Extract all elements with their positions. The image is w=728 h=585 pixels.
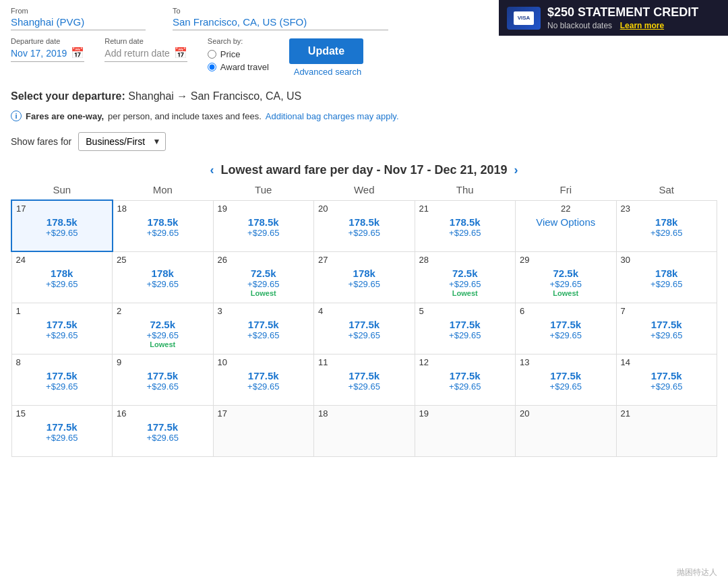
fare-fee: +$29.65 xyxy=(218,228,310,238)
calendar-prev-button[interactable]: ‹ xyxy=(210,163,214,177)
calendar-day-cell[interactable]: 9177.5k+$29.65 xyxy=(113,354,214,405)
calendar-day-cell[interactable]: 14177.5k+$29.65 xyxy=(616,354,717,405)
calendar-day-cell[interactable]: 13177.5k+$29.65 xyxy=(516,354,617,405)
price-radio-label[interactable]: Price xyxy=(220,49,241,59)
promo-banner[interactable]: VISA $250 STATEMENT CREDIT No blackout d… xyxy=(499,0,728,36)
from-field: From Shanghai (PVG) xyxy=(11,7,146,30)
fare-fee: +$29.65 xyxy=(520,330,612,340)
fare-fee: +$29.65 xyxy=(16,433,109,443)
calendar-day-cell[interactable]: 1177.5k+$29.65 xyxy=(11,303,113,354)
day-header-fri: Fri xyxy=(516,180,617,200)
return-calendar-icon[interactable]: 📅 xyxy=(174,47,187,59)
fare-amount: 72.5k xyxy=(419,268,512,279)
fare-amount: 177.5k xyxy=(318,319,411,330)
calendar-day-cell[interactable]: 7177.5k+$29.65 xyxy=(616,303,717,354)
return-input-row: Add return date 📅 xyxy=(104,47,187,62)
from-label: From xyxy=(11,7,146,15)
calendar-day-cell[interactable]: 24178k+$29.65 xyxy=(11,251,113,303)
calendar-day-cell[interactable]: 27178k+$29.65 xyxy=(314,251,415,303)
fare-amount: 177.5k xyxy=(520,319,612,330)
day-number: 12 xyxy=(419,357,512,367)
calendar-day-cell[interactable]: 19 xyxy=(415,405,516,456)
calendar-day-cell[interactable]: 21178.5k+$29.65 xyxy=(415,200,516,251)
fare-fee: +$29.65 xyxy=(621,228,713,238)
learn-more-link[interactable]: Learn more xyxy=(620,21,664,30)
bag-charges-link[interactable]: Additional bag charges may apply. xyxy=(266,111,399,121)
calendar-next-button[interactable]: › xyxy=(514,163,518,177)
banner-text-block: $250 STATEMENT CREDIT No blackout dates … xyxy=(547,5,698,30)
calendar-day-cell[interactable]: 2972.5k+$29.65Lowest xyxy=(516,251,617,303)
award-radio[interactable] xyxy=(208,63,216,71)
fare-amount: 72.5k xyxy=(218,268,310,279)
day-number: 23 xyxy=(621,204,713,214)
day-number: 5 xyxy=(419,306,512,316)
calendar-week-0: 17178.5k+$29.6518178.5k+$29.6519178.5k+$… xyxy=(11,200,717,251)
calendar-day-cell[interactable]: 2872.5k+$29.65Lowest xyxy=(415,251,516,303)
departure-calendar-icon[interactable]: 📅 xyxy=(71,47,84,59)
calendar-day-cell[interactable]: 15177.5k+$29.65 xyxy=(11,405,113,456)
day-header-thu: Thu xyxy=(415,180,516,200)
fare-amount: 177.5k xyxy=(16,370,109,381)
calendar-day-cell[interactable]: 18 xyxy=(314,405,415,456)
calendar-body: 17178.5k+$29.6518178.5k+$29.6519178.5k+$… xyxy=(11,200,717,456)
calendar-day-cell[interactable]: 3177.5k+$29.65 xyxy=(213,303,314,354)
departure-date-field: Departure date Nov 17, 2019 📅 xyxy=(11,37,84,62)
calendar-day-cell[interactable]: 18178.5k+$29.65 xyxy=(113,200,214,251)
day-number: 16 xyxy=(117,408,209,419)
calendar-day-cell[interactable]: 17 xyxy=(213,405,314,456)
lowest-badge: Lowest xyxy=(117,340,209,348)
departure-date-value[interactable]: Nov 17, 2019 xyxy=(11,48,67,59)
calendar-day-cell[interactable]: 2672.5k+$29.65Lowest xyxy=(213,251,314,303)
calendar-day-cell[interactable]: 25178k+$29.65 xyxy=(113,251,214,303)
calendar-day-cell[interactable]: 16177.5k+$29.65 xyxy=(113,405,214,456)
calendar-day-cell[interactable]: 11177.5k+$29.65 xyxy=(314,354,415,405)
update-button[interactable]: Update xyxy=(289,38,363,64)
advanced-search-link[interactable]: Advanced search xyxy=(294,67,361,77)
calendar-day-cell[interactable]: 272.5k+$29.65Lowest xyxy=(113,303,214,354)
fare-amount: 177.5k xyxy=(621,370,713,381)
fares-one-way: Fares are one-way, xyxy=(26,111,104,121)
day-number: 13 xyxy=(520,357,612,367)
award-radio-label[interactable]: Award travel xyxy=(220,62,269,72)
cabin-class-select[interactable]: Business/First Economy xyxy=(78,132,166,151)
view-options-text[interactable]: View Options xyxy=(520,216,612,228)
fare-amount: 177.5k xyxy=(520,370,612,381)
cabin-class-select-wrapper[interactable]: Business/First Economy xyxy=(78,132,166,151)
calendar-day-cell[interactable]: 4177.5k+$29.65 xyxy=(314,303,415,354)
calendar-day-cell[interactable]: 23178k+$29.65 xyxy=(616,200,717,251)
calendar-day-cell[interactable]: 20178.5k+$29.65 xyxy=(314,200,415,251)
calendar-day-cell[interactable]: 30178k+$29.65 xyxy=(616,251,717,303)
search-row2: Departure date Nov 17, 2019 📅 Return dat… xyxy=(11,37,717,77)
return-date-placeholder[interactable]: Add return date xyxy=(104,48,170,59)
price-radio[interactable] xyxy=(208,50,216,59)
fare-fee: +$29.65 xyxy=(16,228,108,238)
departure-route: Shanghai → San Francisco, CA, US xyxy=(128,90,301,102)
fare-amount: 177.5k xyxy=(419,319,512,330)
day-number: 14 xyxy=(621,357,713,367)
fare-fee: +$29.65 xyxy=(117,381,209,392)
day-number: 11 xyxy=(318,357,411,367)
fare-fee: +$29.65 xyxy=(318,381,411,392)
calendar-day-cell[interactable]: 8177.5k+$29.65 xyxy=(11,354,113,405)
fares-text2: per person, and include taxes and fees. xyxy=(108,111,262,121)
calendar-day-cell[interactable]: 12177.5k+$29.65 xyxy=(415,354,516,405)
calendar-day-cell[interactable]: 17178.5k+$29.65 xyxy=(11,200,113,251)
day-number: 27 xyxy=(318,255,411,265)
calendar-day-cell[interactable]: 10177.5k+$29.65 xyxy=(213,354,314,405)
day-number: 15 xyxy=(16,408,109,419)
calendar-day-cell[interactable]: 6177.5k+$29.65 xyxy=(516,303,617,354)
day-number: 25 xyxy=(117,255,209,265)
to-value[interactable]: San Francisco, CA, US (SFO) xyxy=(173,16,388,30)
calendar-day-cell[interactable]: 20 xyxy=(516,405,617,456)
fare-fee: +$29.65 xyxy=(621,381,713,392)
day-header-tue: Tue xyxy=(213,180,314,200)
calendar-day-cell[interactable]: 19178.5k+$29.65 xyxy=(213,200,314,251)
fare-fee: +$29.65 xyxy=(16,279,109,289)
view-options-cell[interactable]: 22View Options xyxy=(516,200,617,251)
fare-fee: +$29.65 xyxy=(117,228,209,238)
calendar-day-cell[interactable]: 21 xyxy=(616,405,717,456)
calendar-day-cell[interactable]: 5177.5k+$29.65 xyxy=(415,303,516,354)
calendar-header-row: Sun Mon Tue Wed Thu Fri Sat xyxy=(11,180,717,200)
from-value[interactable]: Shanghai (PVG) xyxy=(11,16,146,30)
departure-heading: Select your departure: Shanghai → San Fr… xyxy=(0,80,728,106)
